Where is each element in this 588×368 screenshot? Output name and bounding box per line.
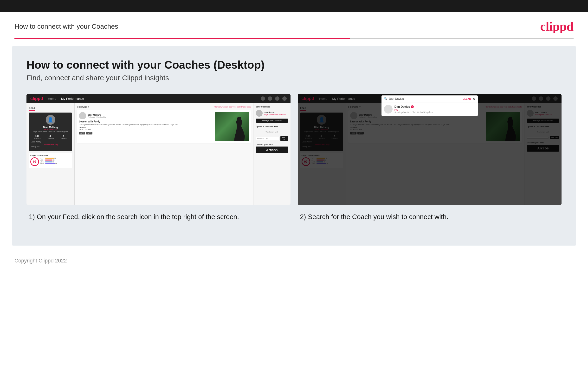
app-val: 85 bbox=[53, 159, 55, 161]
btn-ott[interactable]: OTT bbox=[79, 132, 85, 135]
stat-followers-num: 3 bbox=[47, 135, 54, 137]
upload-trackman-title: Upload a Trackman Test bbox=[256, 126, 288, 128]
lesson-btns-1: OTT APP bbox=[79, 132, 213, 135]
ott-label: OTT bbox=[40, 157, 45, 159]
page-title: How to connect with your Coaches bbox=[14, 23, 118, 30]
coach-avatar-1 bbox=[256, 110, 263, 117]
ott-row: OTT 90 bbox=[40, 157, 70, 159]
putt-bar bbox=[45, 163, 55, 164]
nav-myperformance-1: My Performance bbox=[61, 97, 84, 101]
step-2-desc: 2) Search for the Coach you wish to conn… bbox=[298, 205, 562, 221]
middle-panel-1: Following ▾ Control who can see your act… bbox=[75, 103, 253, 205]
coach-avatar-sm-1 bbox=[79, 112, 86, 119]
duration-label: Duration bbox=[79, 127, 86, 129]
control-link-1[interactable]: Control who can see your activity and da… bbox=[214, 106, 251, 108]
btn-app[interactable]: APP bbox=[86, 132, 92, 135]
profile-stats-1: 131 Activities 3 Followers 4 Following bbox=[31, 135, 70, 139]
stat-following-label: Following bbox=[60, 137, 67, 139]
app-row: APP 85 bbox=[40, 159, 70, 161]
profile-card-1: Blair McHarg Plus Handicap Royal North D… bbox=[29, 112, 72, 151]
result-avatar bbox=[384, 105, 393, 113]
profile-name-1: Blair McHarg bbox=[31, 126, 70, 129]
result-role: Pro bbox=[395, 109, 433, 111]
arccos-logo-1: Arccos bbox=[256, 147, 288, 153]
stat-activities: 131 Activities bbox=[34, 135, 41, 139]
footer: Copyright Clippd 2022 bbox=[0, 253, 588, 269]
clippd-logo: clippd bbox=[540, 19, 574, 34]
stat-activities-num: 131 bbox=[34, 135, 41, 137]
perf-title-1: Player Performance bbox=[30, 154, 70, 156]
step-1-desc: 1) On your Feed, click on the search ico… bbox=[26, 205, 290, 221]
trackman-placeholder-box: Trackman Link bbox=[256, 129, 288, 135]
coaches-title-1: Your Coaches bbox=[256, 106, 288, 108]
stat-followers: 3 Followers bbox=[47, 135, 54, 139]
golfer-silhouette-1 bbox=[232, 117, 246, 141]
nav-icons-1 bbox=[261, 96, 287, 101]
search-input-row: 🔍 Dan Davies CLEAR ✕ bbox=[381, 95, 478, 102]
putt-row: PUTT 96 bbox=[40, 163, 70, 165]
separator bbox=[14, 38, 574, 39]
right-panel-1: Your Coaches David Ford Royal North Devo… bbox=[253, 103, 290, 205]
stat-following: 4 Following bbox=[60, 135, 67, 139]
top-bar bbox=[0, 0, 588, 12]
lesson-desc-1: Looking to feel like my hands are exitin… bbox=[79, 123, 213, 126]
settings-icon[interactable] bbox=[275, 96, 280, 101]
user-menu-icon[interactable] bbox=[282, 96, 287, 101]
app-nav-1: clippd Home My Performance bbox=[26, 94, 290, 103]
stat-activities-label: Activities bbox=[34, 137, 41, 139]
screenshot-2-frame: clippd Home My Performance Feed bbox=[298, 94, 562, 205]
following-btn-1[interactable]: Following ▾ bbox=[77, 106, 89, 108]
player-performance-1: Player Performance 92 OTT 90 bbox=[29, 153, 72, 168]
lesson-image-1 bbox=[215, 112, 249, 141]
verified-badge: ✓ bbox=[411, 105, 414, 108]
trackman-input[interactable] bbox=[256, 137, 280, 140]
main-subtitle: Find, connect and share your Clippd insi… bbox=[26, 74, 562, 82]
screenshots-row: clippd Home My Performance Feed bbox=[26, 94, 562, 221]
activity-name: Lesson with Fordy bbox=[31, 144, 70, 146]
coach-club-1: Royal North Devon Golf Club bbox=[264, 114, 286, 115]
connect-data-title: Connect your data bbox=[256, 143, 288, 146]
lesson-card-1: Blair McHarg Yesterday · Sunningdale Les… bbox=[77, 110, 251, 143]
lesson-title-1: Lesson with Fordy bbox=[79, 120, 213, 123]
feed-tab-1[interactable]: Feed bbox=[29, 106, 35, 110]
app-logo-1: clippd bbox=[30, 96, 43, 101]
search-bar: 🔍 Dan Davies CLEAR ✕ Dan Davies ✓ Pro bbox=[381, 95, 478, 116]
header: How to connect with your Coaches clippd bbox=[0, 12, 588, 38]
result-name: Dan Davies bbox=[395, 105, 410, 109]
search-result-item[interactable]: Dan Davies ✓ Pro Sunningdale Golf Club, … bbox=[381, 102, 478, 116]
search-icon-overlay: 🔍 bbox=[384, 97, 387, 101]
nav-home-1: Home bbox=[48, 97, 56, 101]
lesson-time-1: Yesterday · Sunningdale bbox=[88, 116, 106, 118]
screenshot-1-frame: clippd Home My Performance Feed bbox=[26, 94, 290, 205]
stat-followers-label: Followers bbox=[47, 137, 54, 139]
duration-value: 01 hr : 30 min bbox=[79, 129, 91, 131]
score-circle-1: 92 bbox=[30, 157, 39, 166]
arg-row: ARG 86 bbox=[40, 161, 70, 163]
latest-activity-label: Latest Activity bbox=[31, 141, 70, 143]
arg-bar bbox=[45, 161, 52, 162]
manage-coaches-btn[interactable]: Manage Your Coaches bbox=[256, 119, 288, 123]
search-icon[interactable] bbox=[261, 96, 265, 101]
result-info: Dan Davies ✓ Pro Sunningdale Golf Club, … bbox=[395, 105, 433, 113]
trackman-section-1: Upload a Trackman Test Trackman Link Add… bbox=[256, 126, 288, 141]
following-label: Following bbox=[77, 106, 87, 108]
profile-icon[interactable] bbox=[268, 96, 272, 101]
stat-following-num: 4 bbox=[60, 135, 67, 137]
app-label: APP bbox=[40, 159, 45, 161]
ott-bar bbox=[45, 158, 54, 159]
main-content: How to connect with your Coaches (Deskto… bbox=[12, 46, 576, 246]
close-search-button[interactable]: ✕ bbox=[473, 97, 475, 101]
app-bar bbox=[45, 159, 53, 160]
screenshot-1-block: clippd Home My Performance Feed bbox=[26, 94, 290, 221]
search-input-text[interactable]: Dan Davies bbox=[389, 97, 461, 101]
app-content-1: Feed Blair McHarg Plus Handicap Royal No… bbox=[26, 103, 290, 205]
clear-button[interactable]: CLEAR bbox=[463, 98, 471, 100]
step-1-text: 1) On your Feed, click on the search ico… bbox=[29, 213, 239, 221]
chevron-down-icon: ▾ bbox=[88, 106, 89, 108]
profile-avatar-1 bbox=[46, 115, 55, 125]
ott-val: 90 bbox=[54, 157, 56, 159]
putt-label: PUTT bbox=[40, 163, 45, 165]
main-title: How to connect with your Coaches (Deskto… bbox=[26, 58, 562, 71]
add-link-btn[interactable]: Add Link bbox=[281, 136, 288, 141]
result-club: Sunningdale Golf Club, United Kingdom bbox=[395, 111, 433, 113]
